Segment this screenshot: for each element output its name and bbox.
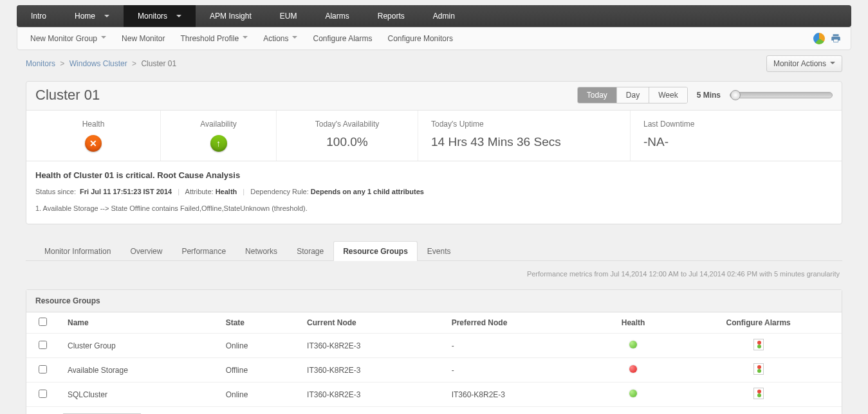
topnav-monitors[interactable]: Monitors <box>124 5 196 27</box>
tab-networks[interactable]: Networks <box>235 241 287 261</box>
resource-groups-title: Resource Groups <box>26 290 842 312</box>
subnav-threshold-profile[interactable]: Threshold Profile <box>172 34 255 43</box>
performance-note: Performance metrics from Jul 14,2014 12:… <box>26 270 842 278</box>
tab-events[interactable]: Events <box>418 241 461 261</box>
health-dot-icon <box>629 341 637 348</box>
time-seg-today[interactable]: Today <box>578 87 616 103</box>
col-preferred-node: Preferred Node <box>443 312 591 334</box>
print-icon[interactable] <box>830 33 842 44</box>
tab-resource-groups[interactable]: Resource Groups <box>333 241 418 261</box>
cell-current-node: IT360-K8R2E-3 <box>298 358 443 382</box>
last-downtime-value: -NA- <box>643 135 829 149</box>
todays-availability-value: 100.0% <box>290 135 405 149</box>
refresh-interval-label: 5 Mins <box>697 91 721 100</box>
tabs: Monitor InformationOverviewPerformanceNe… <box>26 241 842 261</box>
cell-preferred-node: IT360-K8R2E-3 <box>443 382 591 407</box>
col-current-node: Current Node <box>298 312 443 334</box>
subnav-new-monitor-group[interactable]: New Monitor Group <box>23 34 114 43</box>
table-row: Cluster GroupOnlineIT360-K8R2E-3- <box>26 334 842 358</box>
col-configure-alarms: Configure Alarms <box>675 312 842 334</box>
topnav-alarms[interactable]: Alarms <box>311 5 363 27</box>
tab-performance[interactable]: Performance <box>172 241 235 261</box>
cell-current-node: IT360-K8R2E-3 <box>298 382 443 407</box>
subnav: New Monitor GroupNew MonitorThreshold Pr… <box>17 27 851 50</box>
cell-state: Online <box>217 382 298 407</box>
row-checkbox[interactable] <box>39 390 47 398</box>
cell-state: Online <box>217 334 298 358</box>
health-critical-icon: ✕ <box>85 135 102 152</box>
breadcrumb: Monitors > Windows Cluster > Cluster 01 <box>26 59 176 68</box>
cell-current-node: IT360-K8R2E-3 <box>298 334 443 358</box>
refresh-slider[interactable] <box>730 92 833 98</box>
breadcrumb-current: Cluster 01 <box>141 59 176 68</box>
cell-name: SQLCluster <box>59 382 217 407</box>
tab-overview[interactable]: Overview <box>120 241 172 261</box>
topnav-admin[interactable]: Admin <box>419 5 469 27</box>
cell-preferred-node: - <box>443 334 591 358</box>
table-row: SQLClusterOnlineIT360-K8R2E-3IT360-K8R2E… <box>26 382 842 407</box>
subnav-actions[interactable]: Actions <box>255 34 305 43</box>
col-state: State <box>217 312 298 334</box>
configure-alarm-icon[interactable] <box>753 388 764 399</box>
pie-chart-icon[interactable] <box>813 33 825 44</box>
rca-title: Health of Cluster 01 is critical. Root C… <box>35 170 833 180</box>
time-seg-day[interactable]: Day <box>616 87 649 103</box>
time-range-group: TodayDayWeek <box>577 87 688 104</box>
cell-preferred-node: - <box>443 358 591 382</box>
table-row: Available StorageOfflineIT360-K8R2E-3- <box>26 358 842 382</box>
cell-state: Offline <box>217 358 298 382</box>
breadcrumb-windows-cluster[interactable]: Windows Cluster <box>69 59 127 68</box>
configure-alarm-icon[interactable] <box>753 339 764 350</box>
topnav-eum[interactable]: EUM <box>266 5 311 27</box>
col-name: Name <box>59 312 217 334</box>
health-label: Health <box>39 120 147 129</box>
todays-availability-label: Today's Availability <box>290 120 405 129</box>
subnav-configure-alarms[interactable]: Configure Alarms <box>305 34 380 43</box>
breadcrumb-monitors[interactable]: Monitors <box>26 59 55 68</box>
topnav-reports[interactable]: Reports <box>364 5 419 27</box>
last-downtime-label: Last Downtime <box>643 120 829 129</box>
cell-name: Cluster Group <box>59 334 217 358</box>
select-all-checkbox[interactable] <box>39 318 47 326</box>
summary-card: Cluster 01 TodayDayWeek 5 Mins Health ✕ … <box>26 81 842 224</box>
configure-alarm-icon[interactable] <box>753 363 764 375</box>
rca-item: 1. Available Storage --> State Offline c… <box>35 204 833 212</box>
page-title: Cluster 01 <box>35 87 100 104</box>
topnav: IntroHomeMonitorsAPM InsightEUMAlarmsRep… <box>17 5 851 27</box>
tab-monitor-information[interactable]: Monitor Information <box>35 241 120 261</box>
health-dot-icon <box>629 365 637 373</box>
subnav-new-monitor[interactable]: New Monitor <box>114 34 172 43</box>
cell-name: Available Storage <box>59 358 217 382</box>
resource-groups-panel: Resource Groups Name State Current Node … <box>26 289 842 414</box>
topnav-apm-insight[interactable]: APM Insight <box>196 5 266 27</box>
topnav-home[interactable]: Home <box>60 5 124 27</box>
time-seg-week[interactable]: Week <box>649 87 687 103</box>
availability-up-icon: ↑ <box>210 135 227 152</box>
uptime-value: 14 Hrs 43 Mins 36 Secs <box>431 135 617 149</box>
uptime-label: Today's Uptime <box>431 120 617 129</box>
tab-storage[interactable]: Storage <box>287 241 333 261</box>
rca-meta: Status since: Fri Jul 11 17:51:23 IST 20… <box>35 188 833 195</box>
availability-label: Availability <box>174 120 263 129</box>
topnav-intro[interactable]: Intro <box>17 5 60 27</box>
health-dot-icon <box>629 390 637 397</box>
subnav-configure-monitors[interactable]: Configure Monitors <box>380 34 461 43</box>
monitor-actions-button[interactable]: Monitor Actions <box>766 55 842 72</box>
col-health: Health <box>591 312 675 334</box>
row-checkbox[interactable] <box>39 341 47 349</box>
row-checkbox[interactable] <box>39 365 47 374</box>
